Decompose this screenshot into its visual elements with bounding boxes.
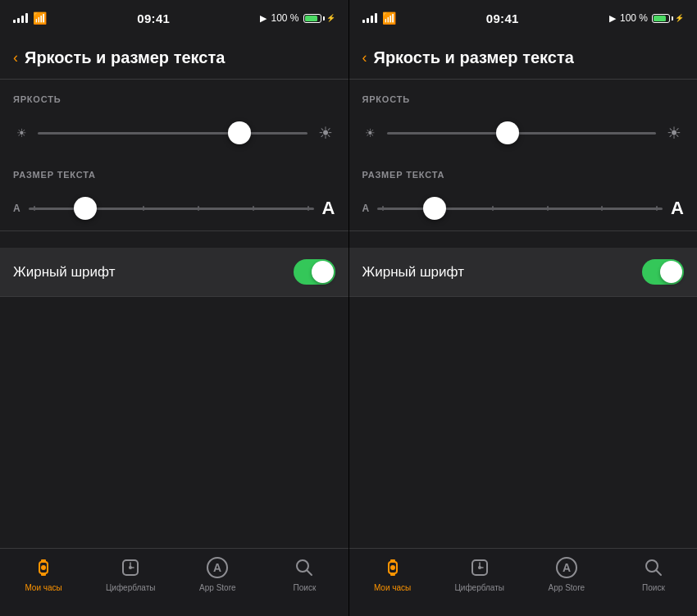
tick-5 (253, 206, 254, 211)
left-panel: 📶 09:41 ▶ 100 % ⚡ ‹ Яркость и размер тек… (0, 0, 348, 616)
textsize-slider-row-left: A A (0, 186, 348, 230)
search-svg-icon-right (642, 556, 665, 579)
brightness-thumb-right[interactable] (496, 121, 519, 144)
battery-fill-right (654, 16, 666, 21)
toggle-knob-right (660, 261, 682, 283)
tick-4 (198, 206, 199, 211)
faces-svg-icon-left (119, 556, 142, 579)
textsize-label-right: РАЗМЕР ТЕКСТА (349, 155, 698, 186)
signal-bars-right (362, 13, 377, 23)
tick-container-right (377, 206, 663, 211)
textsize-thumb-left[interactable] (74, 197, 97, 220)
bold-font-label-left: Жирный шрифт (13, 264, 115, 281)
bold-font-toggle-right[interactable] (642, 259, 684, 285)
tick-1 (34, 206, 35, 211)
tab-label-faces-left: Циферблаты (106, 583, 156, 592)
tab-label-faces-right: Циферблаты (454, 583, 504, 592)
tab-bar-left: Мои часы Циферблаты A App S (0, 548, 348, 616)
back-button-left[interactable]: ‹ (13, 49, 18, 66)
svg-line-23 (656, 570, 661, 575)
bold-font-row-left: Жирный шрифт (0, 248, 348, 296)
content-left: ЯРКОСТЬ ☀ ☀ РАЗМЕР ТЕКСТА A (0, 80, 348, 548)
status-right-right: ▶ 100 % ⚡ (609, 12, 684, 24)
tab-appstore-right[interactable]: A App Store (538, 555, 595, 592)
brightness-thumb-left[interactable] (228, 121, 251, 144)
textsize-thumb-right[interactable] (423, 197, 446, 220)
signal-bars (13, 13, 28, 23)
status-left: 📶 (13, 11, 47, 25)
tab-my-watch-right[interactable]: Мои часы (364, 555, 421, 592)
tick-r-6 (656, 206, 658, 211)
bold-font-row-right: Жирный шрифт (349, 248, 698, 296)
battery-fill (305, 16, 317, 21)
tab-label-watch-right: Мои часы (374, 583, 411, 592)
textsize-slider-right[interactable] (377, 196, 663, 221)
back-button-right[interactable]: ‹ (362, 49, 367, 66)
tab-faces-left[interactable]: Циферблаты (102, 555, 159, 592)
wifi-icon-right: 📶 (382, 11, 396, 25)
brightness-slider-row-right: ☀ ☀ (349, 111, 698, 155)
tab-my-watch-left[interactable]: Мои часы (15, 555, 72, 592)
battery-body (303, 14, 321, 23)
charging-icon: ⚡ (326, 14, 335, 22)
brightness-slider-right[interactable] (387, 121, 657, 145)
battery-percent-right: 100 % (620, 12, 648, 24)
watch-svg-icon-left (32, 556, 55, 579)
tick-r-5 (601, 206, 603, 211)
svg-point-15 (390, 565, 395, 570)
tab-watch-icon-wrapper-left (31, 555, 56, 580)
brightness-label-left: ЯРКОСТЬ (0, 80, 348, 111)
battery-left: ⚡ (303, 14, 335, 23)
brightness-slider-left[interactable] (38, 121, 308, 145)
watch-svg-icon-right (381, 556, 404, 579)
tab-search-right[interactable]: Поиск (625, 555, 682, 592)
toggle-divider-top-left (0, 230, 348, 231)
tab-appstore-icon-wrapper-left: A (205, 555, 230, 580)
nav-title-right: Яркость и размер текста (374, 48, 685, 67)
brightness-track-right (387, 132, 657, 135)
brightness-high-icon-right: ☀ (664, 123, 684, 143)
tab-search-left[interactable]: Поиск (276, 555, 333, 592)
faces-svg-icon-right (468, 556, 491, 579)
tick-3 (143, 206, 144, 211)
svg-text:A: A (563, 561, 571, 574)
svg-rect-14 (390, 573, 395, 576)
bold-font-label-right: Жирный шрифт (362, 264, 464, 281)
toggle-divider-bottom-left (0, 296, 348, 297)
brightness-low-icon-left: ☀ (13, 126, 30, 139)
nav-bar-left: ‹ Яркость и размер текста (0, 36, 348, 79)
status-bar-left: 📶 09:41 ▶ 100 % ⚡ (0, 0, 348, 36)
status-bar-right: 📶 09:41 ▶ 100 % ⚡ (349, 0, 698, 36)
bold-font-toggle-left[interactable] (294, 259, 335, 285)
toggle-divider-bottom-right (349, 296, 698, 297)
status-right-left: ▶ 100 % ⚡ (260, 12, 335, 24)
tab-label-appstore-right: App Store (549, 583, 585, 592)
tab-label-search-left: Поиск (294, 583, 317, 592)
battery-percent-left: 100 % (271, 12, 298, 24)
textsize-slider-left[interactable] (29, 196, 314, 221)
tab-label-search-right: Поиск (642, 583, 665, 592)
toggle-divider-top-right (349, 230, 698, 231)
battery-body-right (652, 14, 670, 23)
wifi-icon: 📶 (33, 11, 47, 25)
nav-bar-right: ‹ Яркость и размер текста (349, 36, 698, 79)
battery-right: ⚡ (652, 14, 684, 23)
text-small-icon-right: A (362, 203, 370, 214)
time-right: 09:41 (486, 11, 519, 25)
tab-search-icon-wrapper-left (292, 555, 317, 580)
tick-6 (308, 206, 309, 211)
brightness-high-icon-left: ☀ (316, 123, 335, 143)
svg-line-11 (307, 570, 312, 575)
search-svg-icon-left (293, 556, 316, 579)
tab-label-watch-left: Мои часы (25, 583, 61, 592)
svg-rect-13 (390, 559, 395, 563)
textsize-track-right (377, 208, 663, 210)
svg-point-3 (41, 565, 46, 570)
location-icon: ▶ (260, 13, 266, 24)
tab-appstore-icon-wrapper-right: A (554, 555, 579, 580)
charging-icon-right: ⚡ (675, 14, 684, 22)
tick-r-3 (492, 206, 494, 211)
tab-faces-right[interactable]: Циферблаты (451, 555, 508, 592)
tab-appstore-left[interactable]: A App Store (189, 555, 246, 592)
tick-container-left (29, 206, 314, 211)
